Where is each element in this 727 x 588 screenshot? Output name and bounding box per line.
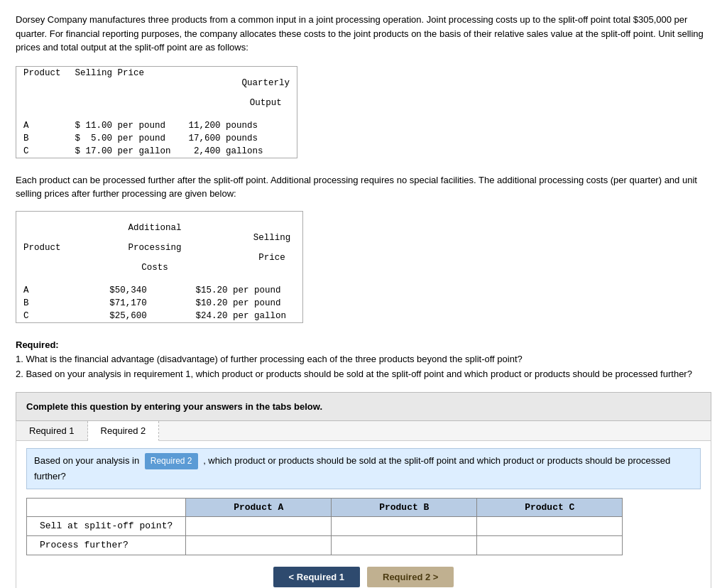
required-q1: 1. What is the financial advantage (disa… [16,352,711,367]
tbl1-row2-product: B [16,132,68,145]
tbl2-row3-costs: $25,600 [68,310,189,322]
tbl1-output-line2: Output [250,98,282,108]
table-row: A $ 11.00 per pound 11,200 pounds [16,119,297,132]
required-label: Required: [16,339,59,350]
table-row: B $71,170 $10.20 per pound [16,297,302,310]
tbl2-addl-line1: Additional [129,223,182,233]
answer-table: Product A Product B Product C Sell at sp… [26,498,623,555]
tbl1-price-header: Selling Price [68,67,182,119]
input-sell-a[interactable] [199,521,318,531]
answer-col-product-c: Product C [477,498,623,516]
tbl1-row3-output: 2,400 gallons [182,145,297,158]
tbl2-selling-header: Selling Price [189,212,302,284]
tbl1-row3-product: C [16,145,68,158]
answer-sell-c[interactable] [477,516,623,535]
tbl2-selling-line2: Price [258,253,285,263]
answer-process-b[interactable] [332,535,477,555]
answer-row-process-label: Process further? [27,535,186,555]
answer-row-sell-label: Sell at split-off point? [27,516,186,535]
section2-text: Each product can be processed further af… [16,173,711,201]
tbl1-row3-price: $ 17.00 per gallon [68,145,182,158]
tab-required2[interactable]: Required 2 [88,421,160,441]
table-row: C $25,600 $24.20 per gallon [16,310,302,322]
tbl2-selling-line1: Selling [253,233,291,243]
answer-process-c[interactable] [477,535,623,555]
answer-row-sell: Sell at split-off point? [27,516,623,535]
tbl1-row1-price: $ 11.00 per pound [68,119,182,132]
tab-required1[interactable]: Required 1 [16,421,88,440]
tbl2-addl-line3: Costs [141,263,168,273]
table-row: A $50,340 $15.20 per pound [16,284,302,297]
intro-text: Dorsey Company manufactures three produc… [16,13,711,55]
table2: Product Additional Processing Costs Sell… [16,212,302,322]
req2-tooltip: Required 2 [145,453,198,469]
tab-content-req2: Based on your analysis in Required 2 , w… [16,441,711,588]
tbl2-row1-product: A [16,284,68,297]
answer-sell-a[interactable] [186,516,332,535]
tbl1-quarterly-line1: Quarterly [242,78,290,88]
tbl2-row2-price: $10.20 per pound [189,297,302,310]
table-row: C $ 17.00 per gallon 2,400 gallons [16,145,297,158]
answer-col-empty [27,498,186,516]
answer-row-process: Process further? [27,535,623,555]
input-sell-c[interactable] [490,521,609,531]
required-section: Required: 1. What is the financial advan… [16,338,711,382]
tbl1-row1-product: A [16,119,68,132]
table1: Product Selling Price Quarterly Output A… [16,67,297,158]
tbl2-row2-costs: $71,170 [68,297,189,310]
tab-row: Required 1 Required 2 [16,421,711,441]
tbl1-row2-output: 17,600 pounds [182,132,297,145]
tbl2-row1-costs: $50,340 [68,284,189,297]
tbl2-row3-product: C [16,310,68,322]
tbl1-row1-output: 11,200 pounds [182,119,297,132]
answer-table-header-row: Product A Product B Product C [27,498,623,516]
tbl2-product-header: Product [16,212,68,284]
input-process-c[interactable] [490,540,609,550]
table2-container: Product Additional Processing Costs Sell… [16,211,303,323]
required-q2: 2. Based on your analysis in requirement… [16,367,711,382]
tbl1-output-header: Quarterly Output [182,67,297,119]
nav-buttons: < Required 1 Required 2 > [26,567,701,588]
tbl1-row2-price: $ 5.00 per pound [68,132,182,145]
answer-col-product-a: Product A [186,498,332,516]
answer-col-product-b: Product B [332,498,477,516]
tbl2-addl-line2: Processing [129,243,182,253]
tbl2-addl-header: Additional Processing Costs [68,212,189,284]
tbl1-product-header: Product [16,67,68,119]
table1-container: Product Selling Price Quarterly Output A… [16,66,297,158]
table-row: B $ 5.00 per pound 17,600 pounds [16,132,297,145]
prev-button[interactable]: < Required 1 [273,567,360,587]
tbl2-row3-price: $24.20 per gallon [189,310,302,322]
tbl2-row2-product: B [16,297,68,310]
req2-line-part1: Based on your analysis in [34,455,139,466]
complete-box: Complete this question by entering your … [16,392,711,421]
input-process-b[interactable] [344,540,464,550]
tbl2-row1-price: $15.20 per pound [189,284,302,297]
next-button[interactable]: Required 2 > [367,567,454,587]
req2-instruction: Based on your analysis in Required 2 , w… [26,448,701,489]
input-sell-b[interactable] [344,521,464,531]
answer-sell-b[interactable] [332,516,477,535]
answer-process-a[interactable] [186,535,332,555]
complete-box-text: Complete this question by entering your … [26,401,701,412]
tabs-area: Required 1 Required 2 Based on your anal… [16,421,711,588]
input-process-a[interactable] [199,540,318,550]
